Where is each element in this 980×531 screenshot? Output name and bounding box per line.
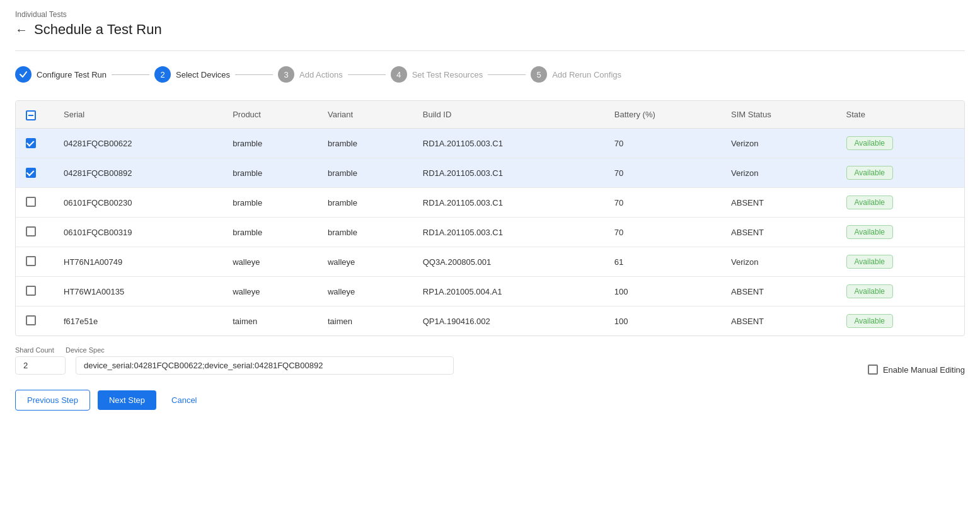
- status-badge: Available: [846, 225, 893, 239]
- table-row: HT76W1A00135 walleye walleye RP1A.201005…: [16, 277, 964, 306]
- cell-product: bramble: [222, 218, 318, 247]
- cell-serial: 04281FQCB00892: [54, 158, 222, 188]
- cell-serial: 06101FQCB00319: [54, 218, 222, 247]
- row-checkbox-7[interactable]: [26, 315, 36, 325]
- previous-step-button[interactable]: Previous Step: [15, 390, 90, 411]
- table-row: 06101FQCB00319 bramble bramble RD1A.2011…: [16, 218, 964, 247]
- select-all-checkbox[interactable]: [26, 110, 36, 120]
- stepper: Configure Test Run 2 Select Devices 3 Ad…: [15, 66, 965, 83]
- cell-product: bramble: [222, 188, 318, 218]
- cancel-button[interactable]: Cancel: [164, 390, 204, 410]
- cell-product: walleye: [222, 277, 318, 306]
- col-sim-status: SIM Status: [721, 101, 836, 129]
- connector-3-4: [348, 74, 386, 75]
- cell-variant: bramble: [318, 218, 413, 247]
- cell-battery: 70: [604, 218, 721, 247]
- cell-build-id: QP1A.190416.002: [413, 306, 604, 336]
- cell-sim-status: Verizon: [721, 158, 836, 188]
- col-product: Product: [222, 101, 318, 129]
- cell-product: bramble: [222, 129, 318, 158]
- shard-count-value: 2: [15, 356, 66, 375]
- cell-battery: 100: [604, 306, 721, 336]
- breadcrumb: Individual Tests: [15, 10, 965, 19]
- cell-variant: bramble: [318, 158, 413, 188]
- enable-manual-group: Enable Manual Editing: [868, 365, 965, 375]
- table-row: HT76N1A00749 walleye walleye QQ3A.200805…: [16, 247, 964, 277]
- shard-count-group: Shard Count 2: [15, 346, 66, 375]
- shard-count-label: Shard Count: [15, 346, 66, 354]
- table-header-row: Serial Product Variant Build ID Battery …: [16, 101, 964, 129]
- cell-sim-status: ABSENT: [721, 218, 836, 247]
- next-step-button[interactable]: Next Step: [98, 390, 156, 410]
- status-badge: Available: [846, 255, 893, 269]
- col-variant: Variant: [318, 101, 413, 129]
- step-1-label: Configure Test Run: [37, 70, 107, 79]
- devices-table: Serial Product Variant Build ID Battery …: [15, 100, 965, 336]
- cell-variant: walleye: [318, 277, 413, 306]
- cell-serial: HT76W1A00135: [54, 277, 222, 306]
- cell-serial: f617e51e: [54, 306, 222, 336]
- enable-manual-label: Enable Manual Editing: [883, 365, 965, 375]
- row-checkbox-1[interactable]: [26, 138, 36, 148]
- back-button[interactable]: ←: [15, 23, 28, 37]
- col-state: State: [836, 101, 964, 129]
- device-spec-group: Device Spec device_serial:04281FQCB00622…: [66, 346, 454, 375]
- connector-4-5: [488, 74, 526, 75]
- cell-variant: bramble: [318, 188, 413, 218]
- cell-state: Available: [836, 247, 964, 277]
- status-badge: Available: [846, 284, 893, 298]
- table-row: 04281FQCB00622 bramble bramble RD1A.2011…: [16, 129, 964, 158]
- step-2-circle: 2: [154, 66, 171, 83]
- table-row: 06101FQCB00230 bramble bramble RD1A.2011…: [16, 188, 964, 218]
- row-checkbox-2[interactable]: [26, 168, 36, 178]
- step-3: 3 Add Actions: [278, 66, 343, 83]
- row-checkbox-3[interactable]: [26, 197, 36, 207]
- cell-build-id: RD1A.201105.003.C1: [413, 188, 604, 218]
- row-checkbox-6[interactable]: [26, 286, 36, 296]
- step-3-label: Add Actions: [299, 70, 343, 79]
- cell-state: Available: [836, 306, 964, 336]
- col-serial: Serial: [54, 101, 222, 129]
- step-1-circle: [15, 66, 32, 83]
- row-checkbox-4[interactable]: [26, 226, 36, 236]
- cell-battery: 70: [604, 158, 721, 188]
- step-5: 5 Add Rerun Configs: [531, 66, 621, 83]
- cell-sim-status: Verizon: [721, 247, 836, 277]
- cell-sim-status: Verizon: [721, 129, 836, 158]
- cell-product: walleye: [222, 247, 318, 277]
- cell-serial: HT76N1A00749: [54, 247, 222, 277]
- table-row: 04281FQCB00892 bramble bramble RD1A.2011…: [16, 158, 964, 188]
- step-4-circle: 4: [391, 66, 407, 83]
- connector-2-3: [235, 74, 273, 75]
- cell-variant: bramble: [318, 129, 413, 158]
- status-badge: Available: [846, 314, 893, 328]
- cell-variant: walleye: [318, 247, 413, 277]
- cell-state: Available: [836, 277, 964, 306]
- device-spec-label: Device Spec: [66, 346, 454, 354]
- step-2: 2 Select Devices: [154, 66, 230, 83]
- cell-sim-status: ABSENT: [721, 306, 836, 336]
- cell-serial: 04281FQCB00622: [54, 129, 222, 158]
- cell-build-id: RP1A.201005.004.A1: [413, 277, 604, 306]
- device-spec-value[interactable]: device_serial:04281FQCB00622;device_seri…: [76, 356, 454, 375]
- cell-build-id: RD1A.201105.003.C1: [413, 129, 604, 158]
- step-5-label: Add Rerun Configs: [552, 70, 621, 79]
- step-1: Configure Test Run: [15, 66, 107, 83]
- status-badge: Available: [846, 166, 893, 180]
- cell-state: Available: [836, 158, 964, 188]
- row-checkbox-5[interactable]: [26, 256, 36, 266]
- cell-build-id: RD1A.201105.003.C1: [413, 218, 604, 247]
- cell-product: bramble: [222, 158, 318, 188]
- col-battery: Battery (%): [604, 101, 721, 129]
- page-title: Schedule a Test Run: [34, 21, 162, 38]
- cell-sim-status: ABSENT: [721, 188, 836, 218]
- bottom-section: Shard Count 2 Device Spec device_serial:…: [15, 336, 965, 375]
- cell-state: Available: [836, 129, 964, 158]
- status-badge: Available: [846, 195, 893, 209]
- cell-battery: 100: [604, 277, 721, 306]
- cell-sim-status: ABSENT: [721, 277, 836, 306]
- table-row: f617e51e taimen taimen QP1A.190416.002 1…: [16, 306, 964, 336]
- enable-manual-checkbox[interactable]: [868, 365, 878, 375]
- cell-state: Available: [836, 188, 964, 218]
- step-2-label: Select Devices: [176, 70, 230, 79]
